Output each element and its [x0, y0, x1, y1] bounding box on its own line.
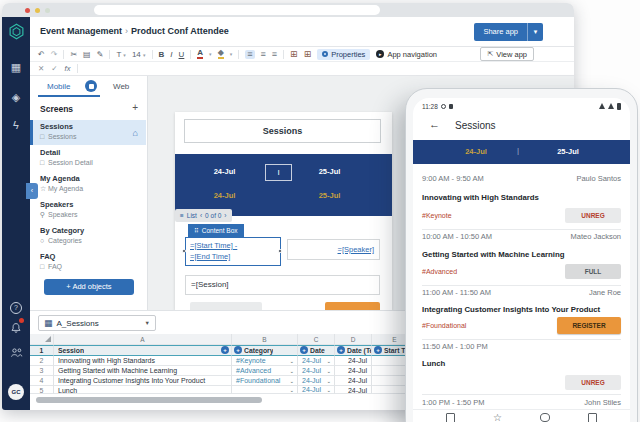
sidebar-item-speakers[interactable]: Speakers ⚲Speakers [30, 198, 146, 223]
window-minimize-button[interactable] [35, 8, 40, 13]
column-header-b[interactable]: B [232, 334, 298, 345]
dropdown-icon[interactable]: ⌄ [289, 356, 294, 366]
row-number[interactable]: 1 [30, 345, 54, 356]
canvas-date-tab-right[interactable]: 25-Jul [302, 191, 357, 200]
cell-category[interactable]: #Advanced⌄ [232, 366, 298, 376]
fill-color-button[interactable]: ◆ [218, 49, 224, 59]
dropdown-icon[interactable]: ⌄ [326, 376, 331, 386]
cell-date-te[interactable]: 24-Jul [335, 356, 372, 366]
unreg-button[interactable]: UNREG [565, 375, 621, 390]
format-painter-icon[interactable]: ✎ [97, 50, 104, 59]
window-zoom-button[interactable] [45, 8, 50, 13]
builder-icon[interactable]: ◈ [2, 91, 30, 103]
end-time-formula[interactable]: =[End Time] [190, 251, 276, 262]
session-title[interactable]: Lunch [422, 359, 445, 368]
table-selector[interactable]: ▦ A_Sessions ▼ [38, 315, 156, 331]
dropdown-icon[interactable]: ⌄ [326, 356, 331, 366]
sidebar-item-faq[interactable]: FAQ □FAQ [30, 250, 146, 275]
cell-category[interactable]: #Foundational⌄ [232, 376, 298, 386]
merge-cells-button[interactable]: ⊞ [304, 49, 312, 59]
date-tab-25jul[interactable]: 25-Jul [523, 147, 613, 156]
dropdown-icon[interactable]: ⌄ [326, 386, 331, 394]
cell-date-te[interactable]: 24-Jul [335, 366, 372, 376]
chevron-left-icon[interactable]: ‹ [200, 212, 202, 219]
row-number[interactable]: 2 [30, 356, 54, 366]
canvas-date-tab-left[interactable]: 24-Jul [197, 191, 252, 200]
content-box-chip[interactable]: ⠿ Content Box [188, 224, 244, 237]
row-number[interactable]: 3 [30, 366, 54, 376]
align-center-button[interactable]: ≡ [261, 50, 266, 59]
column-header-d[interactable]: D [335, 334, 372, 345]
tab-mobile[interactable]: Mobile [47, 82, 71, 91]
align-right-button[interactable]: ≡ [272, 50, 277, 59]
dropdown-icon[interactable]: ⌄ [326, 366, 331, 376]
tab-web[interactable]: Web [113, 82, 129, 91]
share-app-dropdown[interactable]: ▼ [527, 23, 543, 41]
horizontal-scrollbar[interactable] [36, 397, 262, 403]
header-cell-session[interactable]: Session+ [54, 345, 232, 356]
cell-date-te[interactable]: 24-Jul [335, 386, 372, 394]
back-arrow-icon[interactable]: ← [429, 118, 440, 130]
session-title[interactable]: Innovating with High Standards [422, 193, 539, 202]
undo-button[interactable]: ↶ [38, 50, 45, 59]
resize-handle-left[interactable] [182, 249, 186, 253]
notifications-icon[interactable] [10, 320, 22, 338]
font-size-dropdown[interactable]: 14 ▾ [132, 50, 146, 59]
borders-button[interactable]: ⊞ [290, 49, 298, 59]
row-number[interactable]: 4 [30, 376, 54, 386]
header-cell-category[interactable]: +Category [232, 345, 298, 356]
team-icon[interactable] [10, 344, 23, 362]
nav-speakers-icon[interactable] [540, 413, 550, 422]
register-button-placeholder[interactable] [325, 302, 380, 310]
cell-category[interactable]: #Keynote⌄ [232, 356, 298, 366]
view-app-button[interactable]: ⇱ View app [480, 47, 534, 61]
cell-date[interactable]: 24-Jul⌄ [298, 356, 335, 366]
dropdown-icon[interactable]: ⌄ [289, 366, 294, 376]
text-color-dropdown[interactable]: ▾ [209, 51, 212, 57]
sidebar-item-detail[interactable]: Detail □Session Detail [30, 146, 146, 171]
browser-address-bar[interactable] [94, 5, 380, 15]
cut-icon[interactable]: ✂ [70, 50, 77, 59]
align-left-button[interactable]: ≡ [245, 50, 254, 59]
fill-color-dropdown[interactable]: ▾ [230, 51, 233, 57]
bold-button[interactable]: B [159, 50, 165, 59]
automations-icon[interactable]: ϟ [2, 119, 30, 131]
column-type-icon[interactable]: + [221, 346, 229, 354]
speaker-content-box[interactable]: =[Speaker] [287, 239, 380, 260]
properties-button[interactable]: Properties [317, 49, 370, 60]
user-avatar[interactable]: GC [8, 384, 24, 400]
paste-icon[interactable]: ▤ [83, 50, 91, 59]
sidebar-item-by-category[interactable]: By Category ○Categories [30, 224, 146, 249]
app-navigation-button[interactable]: ▸ App navigation [376, 50, 437, 59]
sidebar-item-sessions[interactable]: Sessions □Sessions ⌂ [30, 120, 146, 145]
cell-session[interactable]: Getting Started with Machine Learning [54, 366, 232, 376]
full-button[interactable]: FULL [565, 264, 621, 279]
column-type-icon[interactable]: + [234, 346, 242, 354]
row-number[interactable]: 5 [30, 386, 54, 394]
canvas-screen-title[interactable]: Sessions [184, 119, 381, 143]
canvas-date-left[interactable]: 24-Jul [197, 167, 252, 176]
column-type-icon[interactable]: + [300, 346, 308, 354]
date-tab-24jul[interactable]: 24-Jul [431, 147, 521, 156]
add-objects-button[interactable]: + Add objects [44, 279, 134, 295]
resize-handle-right[interactable] [278, 249, 282, 253]
sidebar-item-my-agenda[interactable]: My Agenda ☆My Agenda [30, 172, 146, 197]
device-toggle-icon[interactable] [85, 80, 97, 92]
register-button[interactable]: REGISTER [557, 317, 621, 334]
cell-session[interactable]: Integrating Customer Insights Into Your … [54, 376, 232, 386]
help-icon[interactable]: ? [10, 302, 22, 314]
chevron-right-icon[interactable]: › [224, 212, 226, 219]
canvas-date-right[interactable]: 25-Jul [302, 167, 357, 176]
cell-session[interactable]: Innovating with High Standards [54, 356, 232, 366]
session-content-box[interactable]: =[Session] [185, 275, 380, 295]
header-cell-date-te[interactable]: +Date (Te [335, 345, 372, 356]
column-type-icon[interactable]: + [374, 346, 382, 354]
column-header-a[interactable]: A [54, 334, 232, 345]
tag-placeholder-box[interactable] [190, 302, 262, 310]
session-title[interactable]: Getting Started with Machine Learning [422, 250, 565, 259]
add-screen-plus-icon[interactable]: + [132, 102, 138, 113]
nav-agenda-star-icon[interactable]: ☆ [493, 413, 502, 422]
underline-button[interactable]: U [179, 50, 185, 59]
redo-button[interactable]: ↷ [51, 50, 58, 59]
text-color-button[interactable]: A [197, 49, 203, 59]
